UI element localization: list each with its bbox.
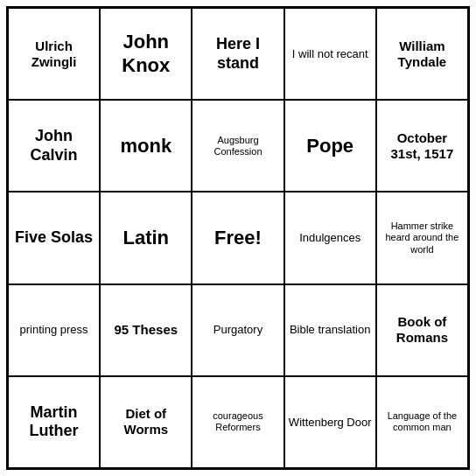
cell-r4c1: Diet of Worms [100,376,192,468]
cell-text-r4c0: Martin Luther [12,403,95,441]
bingo-grid: Ulrich ZwingliJohn KnoxHere I standI wil… [8,8,468,468]
cell-r2c0: Five Solas [8,192,100,284]
cell-r0c2: Here I stand [192,8,284,100]
cell-text-r3c1: 95 Theses [115,322,178,338]
cell-text-r4c1: Diet of Worms [104,406,187,438]
cell-r3c1: 95 Theses [100,284,192,376]
cell-text-r0c3: I will not recant [292,47,368,61]
cell-text-r3c2: Purgatory [214,323,262,337]
cell-text-r2c4: Hammer strike heard around the world [381,220,464,256]
cell-text-r3c0: printing press [20,323,88,337]
cell-text-r1c3: Pope [306,135,354,158]
cell-r2c2: Free! [192,192,284,284]
cell-text-r1c0: John Calvin [12,127,95,164]
cell-r2c1: Latin [100,192,192,284]
cell-r4c0: Martin Luther [8,376,100,468]
cell-text-r2c1: Latin [123,227,170,249]
bingo-card: Ulrich ZwingliJohn KnoxHere I standI wil… [6,6,470,470]
cell-text-r0c0: Ulrich Zwingli [12,38,95,70]
cell-r0c0: Ulrich Zwingli [8,8,100,100]
cell-text-r4c3: Wittenberg Door [289,416,372,430]
cell-text-r3c3: Bible translation [290,323,371,337]
cell-r0c4: William Tyndale [376,8,468,100]
cell-r1c3: Pope [284,100,376,192]
cell-r3c4: Book of Romans [376,284,468,376]
cell-r1c1: monk [100,100,192,192]
cell-r3c0: printing press [8,284,100,376]
cell-r1c2: Augsburg Confession [192,100,284,192]
cell-text-r1c2: Augsburg Confession [196,135,279,158]
cell-r4c3: Wittenberg Door [284,376,376,468]
cell-text-r2c0: Five Solas [15,228,93,248]
cell-text-r4c4: Language of the common man [381,410,464,433]
cell-r2c4: Hammer strike heard around the world [376,192,468,284]
cell-text-r0c1: John Knox [104,31,187,77]
cell-text-r1c1: monk [120,135,172,158]
cell-text-r3c4: Book of Romans [381,314,464,346]
cell-text-r0c2: Here I stand [196,35,279,73]
cell-r2c3: Indulgences [284,192,376,284]
cell-text-r2c2: Free! [214,227,262,249]
cell-r0c1: John Knox [100,8,192,100]
cell-r3c3: Bible translation [284,284,376,376]
cell-text-r0c4: William Tyndale [381,38,464,70]
cell-r4c2: courageous Reformers [192,376,284,468]
cell-r4c4: Language of the common man [376,376,468,468]
cell-text-r1c4: October 31st, 1517 [381,130,464,162]
cell-r3c2: Purgatory [192,284,284,376]
cell-r0c3: I will not recant [284,8,376,100]
cell-r1c4: October 31st, 1517 [376,100,468,192]
cell-r1c0: John Calvin [8,100,100,192]
cell-text-r4c2: courageous Reformers [196,410,279,433]
cell-text-r2c3: Indulgences [299,231,360,245]
